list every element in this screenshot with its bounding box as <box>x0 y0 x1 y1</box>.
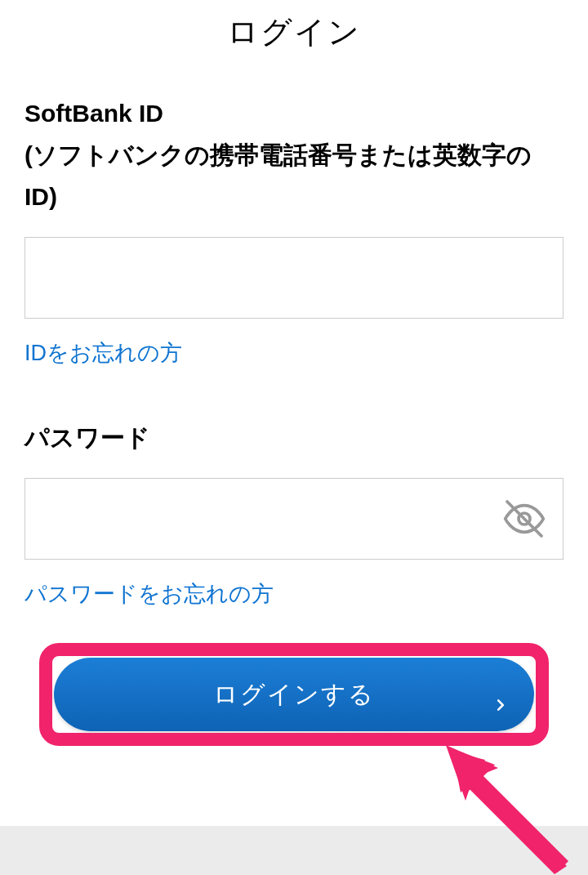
chevron-right-icon <box>495 689 506 700</box>
password-input-wrapper <box>24 478 564 560</box>
softbank-id-input-wrapper <box>24 237 564 319</box>
login-button[interactable]: ログインする <box>54 658 534 731</box>
password-label: パスワード <box>24 417 564 458</box>
page-title: ログイン <box>24 0 564 92</box>
login-button-label: ログインする <box>213 678 375 712</box>
softbank-id-input[interactable] <box>24 237 564 319</box>
softbank-id-group: SoftBank ID(ソフトバンクの携帯電話番号または英数字のID) IDをお… <box>24 92 564 368</box>
password-input[interactable] <box>24 478 564 560</box>
svg-marker-3 <box>448 747 495 794</box>
softbank-id-label: SoftBank ID(ソフトバンクの携帯電話番号または英数字のID) <box>24 92 564 217</box>
footer-bar <box>0 826 588 875</box>
password-group: パスワード パスワードをお忘れの方 <box>24 417 564 609</box>
login-button-wrapper: ログインする <box>54 658 534 731</box>
eye-off-icon <box>501 496 547 542</box>
forgot-password-link[interactable]: パスワードをお忘れの方 <box>24 579 274 609</box>
toggle-password-visibility-button[interactable] <box>501 496 547 542</box>
forgot-id-link[interactable]: IDをお忘れの方 <box>24 338 182 368</box>
